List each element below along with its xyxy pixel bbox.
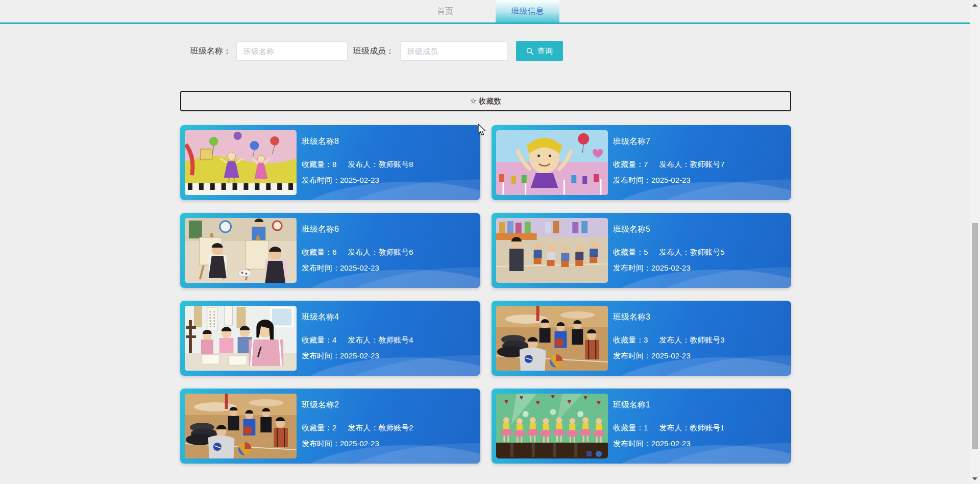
publisher-value: 教师账号1 [690,423,724,432]
class-card[interactable]: 班级名称3 收藏量：3发布人：教师账号3 发布时间：2025-02-23 [492,301,791,376]
scrollbar-thumb[interactable] [972,223,978,449]
class-card-info: 班级名称1 收藏量：1发布人：教师账号1 发布时间：2025-02-23 [613,389,725,464]
class-publish-time-line: 发布时间：2025-02-23 [302,351,413,361]
publish-time-value: 2025-02-23 [340,439,379,448]
publish-time-label: 发布时间： [302,263,340,272]
class-card[interactable]: 班级名称8 收藏量：8发布人：教师账号8 发布时间：2025-02-23 [180,125,480,200]
class-title: 班级名称1 [613,400,725,410]
svg-text:♥: ♥ [520,394,524,401]
favorites-label: 收藏量： [302,335,332,344]
star-icon: ☆ [470,96,477,106]
class-thumbnail [496,218,608,283]
publisher-value: 教师账号6 [378,248,413,256]
class-card-info: 班级名称3 收藏量：3发布人：教师账号3 发布时间：2025-02-23 [613,301,725,376]
publish-time-value: 2025-02-23 [651,176,691,184]
publisher-label: 发布人： [659,248,690,256]
class-card[interactable]: 班级名称2 收藏量：2发布人：教师账号2 发布时间：2025-02-23 [180,389,480,464]
publisher-label: 发布人： [659,335,690,344]
svg-text:♥: ♥ [597,398,601,406]
favorites-label: 收藏量： [613,335,644,344]
favorites-label: 收藏量： [613,248,644,256]
publisher-value: 教师账号8 [378,160,413,168]
publish-time-label: 发布时间： [613,176,651,184]
class-title: 班级名称2 [302,400,413,410]
class-publish-time-line: 发布时间：2025-02-23 [302,439,413,449]
publish-time-value: 2025-02-23 [340,263,379,272]
class-publish-time-line: 发布时间：2025-02-23 [613,175,725,185]
search-bar: 班级名称： 班级成员： 查询 [0,41,980,61]
publish-time-value: 2025-02-23 [651,351,691,360]
class-thumbnail: ♥♥ ♥♥ ♥♥ ♥ [496,394,608,458]
class-thumbnail [496,306,608,371]
class-meta-line: 收藏量：2发布人：教师账号2 [302,423,413,433]
publish-time-value: 2025-02-23 [340,351,379,360]
publish-time-value: 2025-02-23 [651,439,691,448]
class-thumbnail [185,218,297,283]
class-card-info: 班级名称6 收藏量：6发布人：教师账号6 发布时间：2025-02-23 [302,213,413,288]
publish-time-label: 发布时间： [613,439,651,448]
tab-class-info[interactable]: 班级信息 [496,0,559,22]
favorites-value: 7 [644,160,648,168]
svg-text:♥: ♥ [567,397,571,405]
sort-by-favorites-bar[interactable]: ☆ 收藏数 [180,91,791,111]
class-card[interactable]: 班级名称5 收藏量：5发布人：教师账号5 发布时间：2025-02-23 [492,213,791,288]
class-title: 班级名称6 [302,224,413,234]
class-meta-line: 收藏量：6发布人：教师账号6 [302,247,413,257]
publisher-label: 发布人： [348,248,378,256]
class-meta-line: 收藏量：5发布人：教师账号5 [613,247,725,257]
favorites-value: 5 [644,248,648,256]
class-card-grid: 班级名称8 收藏量：8发布人：教师账号8 发布时间：2025-02-23 班级名… [180,125,791,464]
class-thumbnail [496,130,608,195]
class-meta-line: 收藏量：7发布人：教师账号7 [613,159,725,170]
class-card-info: 班级名称7 收藏量：7发布人：教师账号7 发布时间：2025-02-23 [613,125,725,200]
favorites-value: 6 [332,248,336,256]
scrollbar-up-arrow-icon[interactable] [972,4,977,7]
svg-text:♥: ♥ [551,394,555,400]
class-card[interactable]: 班级名称7 收藏量：7发布人：教师账号7 发布时间：2025-02-23 [492,125,791,200]
class-meta-line: 收藏量：1发布人：教师账号1 [613,423,725,433]
favorites-label: 收藏量： [613,423,644,432]
sort-label: 收藏数 [478,96,501,106]
class-name-input[interactable] [236,41,348,61]
class-publish-time-line: 发布时间：2025-02-23 [302,175,413,185]
class-member-input[interactable] [400,41,507,61]
publish-time-label: 发布时间： [613,351,651,360]
tab-home[interactable]: 首页 [413,0,477,22]
class-info-page: 首页 班级信息 班级名称： 班级成员： 查询 ☆ 收藏数 [0,0,980,484]
publisher-label: 发布人： [659,160,690,168]
search-button[interactable]: 查询 [516,41,563,61]
class-meta-line: 收藏量：3发布人：教师账号3 [613,335,725,345]
favorites-label: 收藏量： [302,423,332,432]
svg-text:♥: ♥ [583,394,587,401]
favorites-value: 2 [332,423,336,432]
class-title: 班级名称7 [613,136,725,147]
class-publish-time-line: 发布时间：2025-02-23 [302,263,413,273]
class-title: 班级名称4 [302,312,413,322]
class-card[interactable]: 班级名称6 收藏量：6发布人：教师账号6 发布时间：2025-02-23 [180,213,480,288]
search-icon [526,47,534,55]
class-publish-time-line: 发布时间：2025-02-23 [613,439,725,449]
class-card[interactable]: ♥♥ ♥♥ ♥♥ ♥ 班级名称1 收藏量：1发布人：教师账号1 发布时间：202… [492,389,791,464]
favorites-value: 3 [644,335,648,344]
class-title: 班级名称5 [613,224,725,234]
publisher-label: 发布人： [348,160,378,168]
svg-text:♥: ♥ [504,397,508,405]
favorites-label: 收藏量： [302,160,332,168]
class-card[interactable]: 班级名称4 收藏量：4发布人：教师账号4 发布时间：2025-02-23 [180,301,480,376]
scrollbar-down-arrow-icon[interactable] [972,477,977,480]
publisher-value: 教师账号5 [690,248,724,256]
favorites-value: 4 [332,335,336,344]
class-card-info: 班级名称5 收藏量：5发布人：教师账号5 发布时间：2025-02-23 [613,213,725,288]
class-card-info: 班级名称2 收藏量：2发布人：教师账号2 发布时间：2025-02-23 [302,389,413,464]
publisher-value: 教师账号7 [690,160,724,168]
vertical-scrollbar[interactable] [970,0,980,484]
publisher-label: 发布人： [348,423,378,432]
class-meta-line: 收藏量：8发布人：教师账号8 [302,159,413,170]
class-thumbnail [185,130,297,195]
favorites-value: 8 [332,160,336,168]
top-nav: 首页 班级信息 [0,0,980,24]
svg-text:♥: ♥ [536,398,540,406]
publisher-value: 教师账号4 [378,335,413,344]
publisher-label: 发布人： [659,423,690,432]
class-name-label: 班级名称： [190,41,231,61]
